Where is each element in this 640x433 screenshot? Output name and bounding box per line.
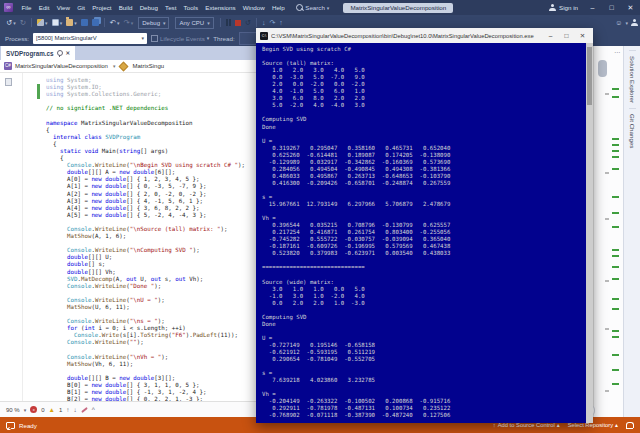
step-into-button[interactable]: ↓ — [262, 19, 266, 26]
code-line: using System; — [46, 77, 245, 84]
warning-icon[interactable]: ▲ — [49, 406, 55, 413]
console-scrollbar[interactable] — [586, 43, 593, 423]
marker-mark — [605, 93, 609, 95]
code-line: using System.Collections.Generic; — [46, 91, 245, 98]
process-dropdown[interactable]: [5800] MatrixSingularV▾ — [33, 33, 147, 44]
open-folder-icon — [66, 19, 73, 26]
console-body[interactable]: Begin SVD using scratch C# Source (tall)… — [256, 43, 593, 423]
change-tracking-bar — [37, 84, 40, 99]
new-project-button[interactable]: ▾ — [37, 19, 48, 26]
console-window[interactable]: C:\ C:\VSM\MatrixSingularValueDecomposit… — [256, 28, 593, 423]
search-label: Search — [305, 4, 325, 11]
break-all-button[interactable] — [226, 19, 231, 26]
warning-count[interactable]: 1 — [59, 407, 62, 413]
menu-item[interactable]: View — [57, 4, 70, 11]
console-title-bar[interactable]: C:\ C:\VSM\MatrixSingularValueDecomposit… — [256, 28, 593, 43]
scrollbar-thumb[interactable] — [598, 60, 607, 77]
console-maximize-button[interactable]: □ — [560, 32, 573, 39]
code-cleanup-icon[interactable] — [81, 406, 88, 412]
menu-item[interactable]: Help — [272, 4, 285, 11]
save-all-icon — [92, 19, 99, 26]
title-bar: ∞ FileEditViewGitProjectBuildDebugTestTo… — [0, 0, 640, 15]
menu-item[interactable]: File — [22, 4, 32, 11]
side-tab[interactable]: Solution Explorer — [629, 50, 636, 108]
menu-item[interactable]: Window — [243, 4, 265, 11]
code-line: double[] s; — [46, 261, 245, 268]
code-line: A[2] = new double[] { 2, 0, -2, 0, -2 }; — [46, 191, 245, 198]
pause-icon — [226, 19, 231, 26]
sign-in-button[interactable]: Sign in — [549, 0, 578, 15]
menu-item[interactable]: Build — [119, 4, 133, 11]
code-line: for (int i = 0; i < s.Length; ++i) — [46, 325, 245, 332]
console-minimize-button[interactable]: – — [544, 32, 557, 39]
menu-item[interactable]: Git — [77, 4, 85, 11]
marker-mark — [605, 280, 609, 282]
toolbar-separator — [104, 18, 105, 27]
breadcrumb-project[interactable]: MatrixSingularValueDecomposition — [15, 63, 108, 69]
minimize-button[interactable]: – — [583, 0, 602, 15]
code-line: MatShow(A, 1, 6); — [46, 233, 245, 240]
toolbar-separator — [220, 18, 221, 27]
collapse-icon[interactable]: ^ — [92, 406, 95, 413]
step-over-button[interactable]: ↷ — [269, 19, 275, 27]
code-line: A[5] = new double[] { 5, -2, 4, -4, 3 }; — [46, 212, 245, 219]
error-count[interactable]: 0 — [41, 407, 44, 413]
marker-mark — [605, 172, 609, 174]
redo-icon: ↷ — [123, 15, 129, 30]
step-out-button[interactable]: ↑ — [279, 19, 283, 26]
chevron-down-icon[interactable]: ▾ — [24, 407, 27, 413]
restart-button[interactable]: ↺ — [245, 15, 251, 30]
feedback-icon[interactable] — [6, 422, 15, 429]
tab-svdprogram[interactable]: SVDProgram.cs ✕ — [1, 46, 75, 60]
navigate-back-button[interactable]: ↺▾ — [6, 15, 16, 30]
console-close-button[interactable]: ✕ — [576, 32, 589, 40]
step-out-icon: ↑ — [279, 19, 283, 26]
console-output: Begin SVD using scratch C# Source (tall)… — [262, 46, 593, 423]
console-scrollbar-thumb[interactable] — [587, 47, 592, 105]
save-all-button[interactable] — [92, 19, 99, 26]
new-project-icon — [37, 19, 44, 26]
undo-icon: ↶ — [110, 15, 116, 30]
solution-platforms-dropdown[interactable]: Any CPU▾ — [175, 17, 213, 29]
next-issue-icon[interactable]: ↓ — [74, 406, 77, 413]
chevron-down-icon[interactable]: ▾ — [113, 63, 116, 69]
undo-button[interactable]: ↶▾ — [110, 15, 120, 30]
editor-scrollbar-strip[interactable]: ⋯ — [593, 46, 624, 417]
lifecycle-events-control[interactable]: Lifecycle Events ▾ — [151, 35, 209, 42]
maximize-button[interactable]: □ — [602, 0, 621, 15]
menu-item[interactable]: Test — [165, 4, 176, 11]
menu-item[interactable]: Debug — [140, 4, 158, 11]
live-share-icon[interactable] — [631, 19, 638, 26]
new-file-button[interactable]: ▾ — [52, 19, 63, 26]
menu-item[interactable]: Project — [92, 4, 111, 11]
checkbox-icon — [151, 35, 158, 42]
code-line: internal class SVDProgram — [46, 134, 245, 141]
error-icon[interactable]: x — [30, 406, 37, 413]
stop-debugging-button[interactable] — [235, 20, 241, 26]
send-feedback-button[interactable]: ☺ — [615, 19, 622, 26]
change-mark — [612, 150, 619, 152]
menu-item[interactable]: Tools — [184, 4, 198, 11]
quick-actions-icon[interactable] — [5, 78, 12, 86]
solution-configurations-dropdown[interactable]: Debug▾ — [138, 17, 169, 29]
previous-issue-icon[interactable]: ↑ — [66, 406, 69, 413]
save-button[interactable] — [81, 19, 88, 26]
redo-button[interactable]: ↷▾ — [123, 15, 133, 30]
change-mark — [612, 369, 619, 371]
close-button[interactable]: ✕ — [621, 0, 640, 15]
navigate-forward-button[interactable]: ↻ — [20, 15, 26, 30]
visual-studio-logo-icon[interactable]: ∞ — [4, 3, 13, 12]
close-tab-icon[interactable]: ✕ — [66, 50, 71, 56]
search-control[interactable]: Search ▾ — [296, 4, 329, 11]
menu-item[interactable]: Edit — [39, 4, 50, 11]
overflow-icon[interactable]: ⋯ — [614, 48, 620, 55]
zoom-dropdown[interactable]: 90 % — [6, 407, 20, 413]
notifications-bell-icon[interactable] — [626, 422, 634, 428]
forward-icon: ↻ — [20, 15, 26, 30]
open-file-button[interactable]: ▾ — [66, 19, 77, 26]
breadcrumb-type[interactable]: MatrixSingu — [132, 63, 164, 69]
side-tab[interactable]: Git Changes — [629, 108, 636, 153]
pin-icon[interactable] — [57, 50, 63, 56]
code-line: Console.WriteLine("\nVh = "); — [46, 354, 245, 361]
menu-item[interactable]: Extensions — [205, 4, 235, 11]
